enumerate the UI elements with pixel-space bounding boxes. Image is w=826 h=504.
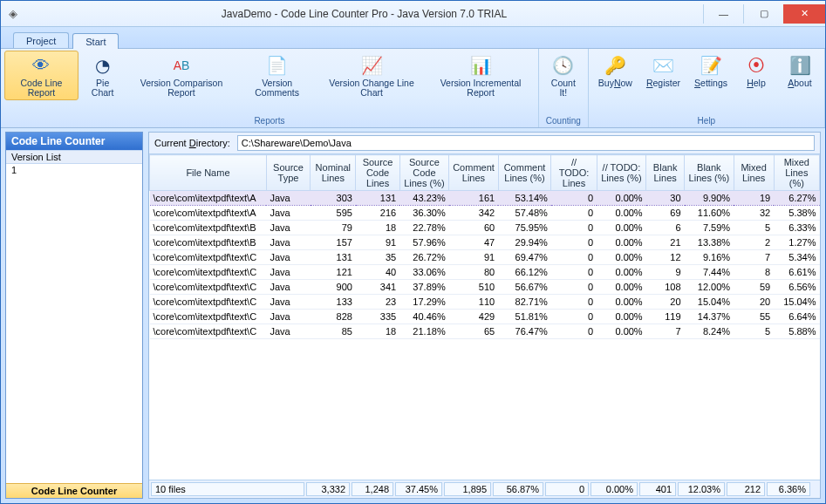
cell-mixp: 6.64%	[774, 310, 819, 324]
app-window: ◈ JavaDemo - Code Line Counter Pro - Jav…	[0, 0, 826, 504]
table-row[interactable]: \core\com\itextpdf\text\BJava791822.78%6…	[150, 221, 820, 235]
col-comment-lines[interactable]: Comment Lines	[449, 155, 499, 191]
cell-blkp: 12.00%	[685, 280, 734, 295]
table-row[interactable]: \core\com\itextpdf\text\AJava59521636.30…	[150, 206, 820, 221]
about-button[interactable]: ℹ️ About	[779, 51, 821, 91]
close-button[interactable]: ✕	[783, 4, 825, 24]
cell-mix: 7	[734, 250, 774, 265]
col-source-code-lines-pct[interactable]: Source Code Lines (%)	[399, 155, 449, 191]
cell-stype: Java	[266, 250, 310, 265]
table-row[interactable]: \core\com\itextpdf\text\CJava1214033.06%…	[150, 265, 820, 280]
table-row[interactable]: \core\com\itextpdf\text\AJava30313143.23…	[150, 191, 820, 206]
cell-mixp: 6.56%	[774, 280, 819, 295]
cell-blk: 20	[646, 295, 685, 310]
results-table: File Name Source Type Nominal Lines Sour…	[149, 154, 820, 339]
table-row[interactable]: \core\com\itextpdf\text\CJava1313526.72%…	[150, 250, 820, 265]
count-it-button[interactable]: 🕓 Count It!	[543, 51, 584, 100]
cell-sclp: 36.30%	[399, 206, 449, 221]
pie-chart-button[interactable]: ◔ Pie Chart	[80, 51, 126, 100]
table-row[interactable]: \core\com\itextpdf\text\CJava1332317.29%…	[150, 295, 820, 310]
cell-blkp: 8.24%	[685, 324, 734, 339]
cell-sclp: 33.06%	[399, 265, 449, 280]
col-source-type[interactable]: Source Type	[266, 155, 310, 191]
minimize-button[interactable]: —	[703, 4, 743, 24]
cell-todo: 0	[551, 280, 597, 295]
cell-mix: 59	[734, 280, 774, 295]
cell-stype: Java	[266, 310, 310, 324]
cell-stype: Java	[266, 191, 310, 206]
pie-chart-icon: ◔	[89, 53, 117, 78]
col-blank-lines[interactable]: Blank Lines	[646, 155, 685, 191]
tab-start[interactable]: Start	[72, 33, 119, 49]
col-blank-lines-pct[interactable]: Blank Lines (%)	[685, 155, 734, 191]
version-comparison-button[interactable]: A B Version Comparison Report	[127, 51, 236, 100]
version-comments-button[interactable]: 📄 Version Comments	[237, 51, 316, 100]
tab-project[interactable]: Project	[13, 32, 69, 48]
total-sclp: 37.45%	[395, 482, 442, 496]
maximize-button[interactable]: ▢	[743, 4, 783, 24]
col-todo-lines-pct[interactable]: // TODO: Lines (%)	[597, 155, 646, 191]
cell-blk: 21	[646, 235, 685, 250]
cell-cmtp: 69.47%	[498, 250, 551, 265]
cell-mixp: 5.34%	[774, 250, 819, 265]
col-filename[interactable]: File Name	[150, 155, 267, 191]
version-incremental-report-button[interactable]: 📊 Version Incremental Report	[427, 51, 534, 100]
cell-sclp: 17.29%	[399, 295, 449, 310]
cell-blk: 7	[646, 324, 685, 339]
cell-fname: \core\com\itextpdf\text\B	[150, 221, 267, 235]
cell-fname: \core\com\itextpdf\text\C	[150, 310, 267, 324]
version-change-line-chart-button[interactable]: 📈 Version Change Line Chart	[318, 51, 426, 100]
sidebar-footer[interactable]: Code Line Counter	[6, 483, 142, 498]
ribbon-group-reports: 👁 Code Line Report ◔ Pie Chart A B Versi…	[1, 49, 539, 127]
table-row[interactable]: \core\com\itextpdf\text\BJava1579157.96%…	[150, 235, 820, 250]
help-button[interactable]: ⦿ Help	[735, 51, 777, 91]
cell-scl: 341	[356, 280, 399, 295]
document-icon: 📄	[263, 53, 291, 78]
settings-button[interactable]: 📝 Settings	[688, 51, 734, 91]
sidebar-header: Code Line Counter	[6, 133, 142, 150]
table-row[interactable]: \core\com\itextpdf\text\CJava82833540.46…	[150, 310, 820, 324]
col-source-code-lines[interactable]: Source Code Lines	[356, 155, 399, 191]
current-directory-input[interactable]	[237, 135, 815, 151]
cell-blkp: 15.04%	[685, 295, 734, 310]
total-todo: 0	[545, 482, 589, 496]
totals-footer: 10 files 3,332 1,248 37.45% 1,895 56.87%…	[149, 480, 820, 498]
col-mixed-lines-pct[interactable]: Mixed Lines (%)	[774, 155, 819, 191]
system-menu-icon[interactable]: ◈	[1, 7, 25, 20]
sidebar-item[interactable]: 1	[11, 165, 137, 175]
total-mix: 212	[727, 482, 765, 496]
cell-scl: 18	[356, 221, 399, 235]
col-todo-lines[interactable]: // TODO: Lines	[551, 155, 597, 191]
eye-icon: 👁	[27, 53, 55, 78]
cell-todo: 0	[551, 206, 597, 221]
cell-fname: \core\com\itextpdf\text\C	[150, 280, 267, 295]
col-comment-lines-pct[interactable]: Comment Lines (%)	[498, 155, 551, 191]
cell-mixp: 5.38%	[774, 206, 819, 221]
cell-todop: 0.00%	[597, 250, 646, 265]
table-row[interactable]: \core\com\itextpdf\text\CJava90034137.89…	[150, 280, 820, 295]
current-directory-row: Current Directory:	[149, 133, 820, 154]
cell-cmtp: 56.67%	[498, 280, 551, 295]
buynow-button[interactable]: 🔑 BuyNow	[592, 51, 638, 91]
cell-todop: 0.00%	[597, 191, 646, 206]
current-directory-label: Current Directory:	[154, 138, 230, 148]
cell-mix: 55	[734, 310, 774, 324]
sidebar-list[interactable]: 1	[6, 164, 142, 483]
table-row[interactable]: \core\com\itextpdf\text\CJava851821.18%6…	[150, 324, 820, 339]
cell-scl: 216	[356, 206, 399, 221]
code-line-report-button[interactable]: 👁 Code Line Report	[4, 51, 79, 100]
bar-chart-icon: 📊	[467, 53, 495, 78]
col-mixed-lines[interactable]: Mixed Lines	[734, 155, 774, 191]
cell-fname: \core\com\itextpdf\text\C	[150, 324, 267, 339]
cell-blk: 9	[646, 265, 685, 280]
cell-blkp: 7.44%	[685, 265, 734, 280]
cell-blk: 30	[646, 191, 685, 206]
cell-scl: 335	[356, 310, 399, 324]
col-nominal-lines[interactable]: Nominal Lines	[311, 155, 356, 191]
ribbon-group-counting: 🕓 Count It! Counting	[539, 49, 589, 127]
register-button[interactable]: ✉️ Register	[640, 51, 686, 91]
cell-cmtp: 53.14%	[498, 191, 551, 206]
grid-wrap[interactable]: File Name Source Type Nominal Lines Sour…	[149, 154, 820, 480]
cell-nom: 595	[311, 206, 356, 221]
cell-blk: 108	[646, 280, 685, 295]
